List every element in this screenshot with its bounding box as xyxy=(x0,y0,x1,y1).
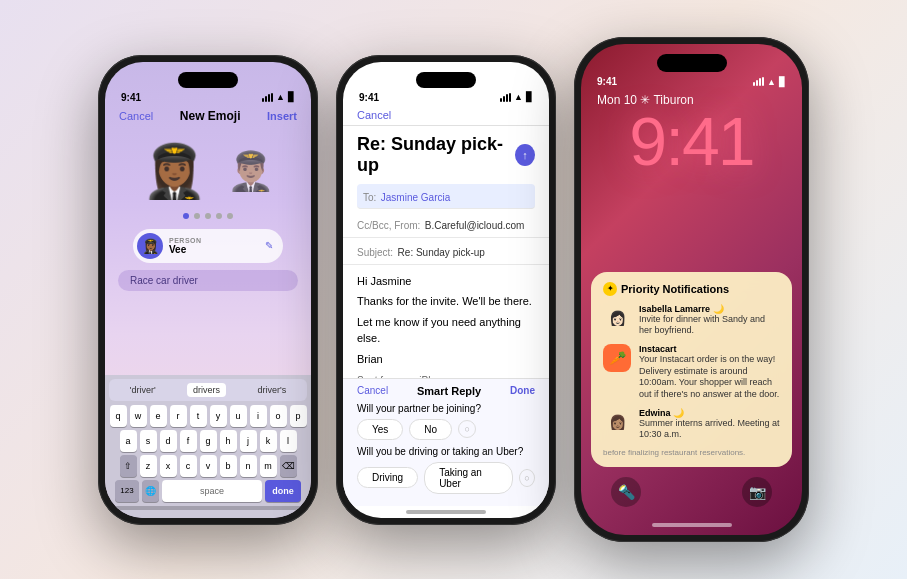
email-cancel-button[interactable]: Cancel xyxy=(357,109,391,121)
key-o[interactable]: o xyxy=(270,405,287,427)
notif-text-1: Isabella Lamarre 🌙 Invite for dinner wit… xyxy=(639,304,780,337)
to-label: To: xyxy=(363,192,376,203)
status-time-3: 9:41 xyxy=(597,76,617,87)
key-s[interactable]: s xyxy=(140,430,157,452)
key-u[interactable]: u xyxy=(230,405,247,427)
smart-reply-cancel[interactable]: Cancel xyxy=(357,385,388,396)
lockscreen-time: 9:41 xyxy=(597,107,786,175)
body-line-1: Hi Jasmine xyxy=(357,273,535,290)
priority-icon: ✦ xyxy=(603,282,617,296)
subject-field: Subject: Re: Sunday pick-up xyxy=(343,238,549,265)
options-2: Driving Taking an Uber ○ xyxy=(357,462,535,494)
key-emoji[interactable]: 🌐 xyxy=(142,480,159,502)
dot-1 xyxy=(183,213,189,219)
insert-button[interactable]: Insert xyxy=(267,110,297,122)
keyboard-row-4: 123 🌐 space done xyxy=(109,480,307,502)
option-driving[interactable]: Driving xyxy=(357,467,418,488)
smart-reply-done[interactable]: Done xyxy=(510,385,535,396)
flashlight-button[interactable]: 🔦 xyxy=(611,477,641,507)
status-icons-2: ▲ ▊ xyxy=(500,92,533,102)
key-v[interactable]: v xyxy=(200,455,217,477)
status-bar-2: 9:41 ▲ ▊ xyxy=(343,88,549,103)
key-y[interactable]: y xyxy=(210,405,227,427)
person-tag: PERSON xyxy=(169,237,202,244)
key-m[interactable]: m xyxy=(260,455,277,477)
key-k[interactable]: k xyxy=(260,430,277,452)
subject-value[interactable]: Re: Sunday pick-up xyxy=(398,247,485,258)
option-uber[interactable]: Taking an Uber xyxy=(424,462,513,494)
key-t[interactable]: t xyxy=(190,405,207,427)
key-numbers[interactable]: 123 xyxy=(115,480,139,502)
key-z[interactable]: z xyxy=(140,455,157,477)
pred-word-3[interactable]: driver's xyxy=(252,383,293,397)
key-h[interactable]: h xyxy=(220,430,237,452)
key-a[interactable]: a xyxy=(120,430,137,452)
key-space[interactable]: space xyxy=(162,480,262,502)
phone-3-screen: 9:41 ▲ ▊ Mon 10 xyxy=(581,44,802,535)
option-no[interactable]: No xyxy=(409,419,452,440)
nav-title-1: New Emoji xyxy=(180,109,241,123)
key-x[interactable]: x xyxy=(160,455,177,477)
pred-word-1[interactable]: 'driver' xyxy=(124,383,162,397)
notif-sender-1: Isabella Lamarre 🌙 xyxy=(639,304,780,314)
question-2: Will you be driving or taking an Uber? xyxy=(357,446,535,457)
emoji-picker-area: 👩🏾‍✈️ 👨🏽‍✈️ 👩🏾‍✈️ PERSON xyxy=(105,127,311,375)
notif-message-3: Summer interns arrived. Meeting at 10:30… xyxy=(639,418,780,441)
option-expand-1[interactable]: ○ xyxy=(458,420,476,438)
pred-word-2[interactable]: drivers xyxy=(187,383,226,397)
key-done[interactable]: done xyxy=(265,480,301,502)
smart-reply-header: Cancel Smart Reply Done xyxy=(357,385,535,397)
signal-icon-1 xyxy=(262,93,273,102)
body-line-4: Brian xyxy=(357,351,535,368)
email-nav: Cancel xyxy=(343,103,549,126)
smart-reply-title: Smart Reply xyxy=(417,385,481,397)
notif-message-1: Invite for dinner with Sandy and her boy… xyxy=(639,314,780,337)
notif-item-2: 🥕 Instacart Your Instacart order is on t… xyxy=(603,344,780,401)
status-bar-3: 9:41 ▲ ▊ xyxy=(581,72,802,87)
key-c[interactable]: c xyxy=(180,455,197,477)
cc-value[interactable]: B.Careful@icloud.com xyxy=(425,220,525,231)
person-avatar: 👩🏾‍✈️ xyxy=(137,233,163,259)
key-q[interactable]: q xyxy=(110,405,127,427)
key-l[interactable]: l xyxy=(280,430,297,452)
key-shift[interactable]: ⇧ xyxy=(120,455,137,477)
subject-label: Subject: xyxy=(357,247,393,258)
option-yes[interactable]: Yes xyxy=(357,419,403,440)
phone-1: 9:41 ▲ ▊ Cancel New xyxy=(98,55,318,525)
key-g[interactable]: g xyxy=(200,430,217,452)
key-delete[interactable]: ⌫ xyxy=(280,455,297,477)
dot-4 xyxy=(216,213,222,219)
dot-3 xyxy=(205,213,211,219)
key-p[interactable]: p xyxy=(290,405,307,427)
key-j[interactable]: j xyxy=(240,430,257,452)
camera-row: 🔦 📷 xyxy=(591,477,792,511)
option-expand-2[interactable]: ○ xyxy=(519,469,535,487)
key-e[interactable]: e xyxy=(150,405,167,427)
key-w[interactable]: w xyxy=(130,405,147,427)
notif-bottom-message: before finalizing restaurant reservation… xyxy=(603,448,780,457)
to-field: To: Jasmine Garcia xyxy=(357,184,535,209)
key-n[interactable]: n xyxy=(240,455,257,477)
camera-button[interactable]: 📷 xyxy=(742,477,772,507)
battery-icon-3: ▊ xyxy=(779,77,786,87)
signal-icon-3 xyxy=(753,77,764,86)
wifi-icon-3: ▲ xyxy=(767,77,776,87)
edit-icon[interactable]: ✎ xyxy=(265,240,273,251)
key-r[interactable]: r xyxy=(170,405,187,427)
notif-avatar-2: 🥕 xyxy=(603,344,631,372)
cancel-button-1[interactable]: Cancel xyxy=(119,110,153,122)
key-i[interactable]: i xyxy=(250,405,267,427)
home-indicator-1 xyxy=(109,506,307,510)
key-d[interactable]: d xyxy=(160,430,177,452)
signal-icon-2 xyxy=(500,93,511,102)
to-value[interactable]: Jasmine Garcia xyxy=(381,192,450,203)
send-button[interactable]: ↑ xyxy=(515,144,535,166)
key-f[interactable]: f xyxy=(180,430,197,452)
email-subject-title: Re: Sunday pick-up ↑ xyxy=(357,134,535,176)
priority-notifications-card: ✦ Priority Notifications 👩🏻 Isabella Lam… xyxy=(591,272,792,468)
key-b[interactable]: b xyxy=(220,455,237,477)
notifications-area: ✦ Priority Notifications 👩🏻 Isabella Lam… xyxy=(581,181,802,523)
keyboard: 'driver' drivers driver's q w e r t y u … xyxy=(105,375,311,518)
notif-avatar-3: 👩🏽 xyxy=(603,408,631,436)
suggestion-pill[interactable]: Race car driver xyxy=(118,270,298,291)
